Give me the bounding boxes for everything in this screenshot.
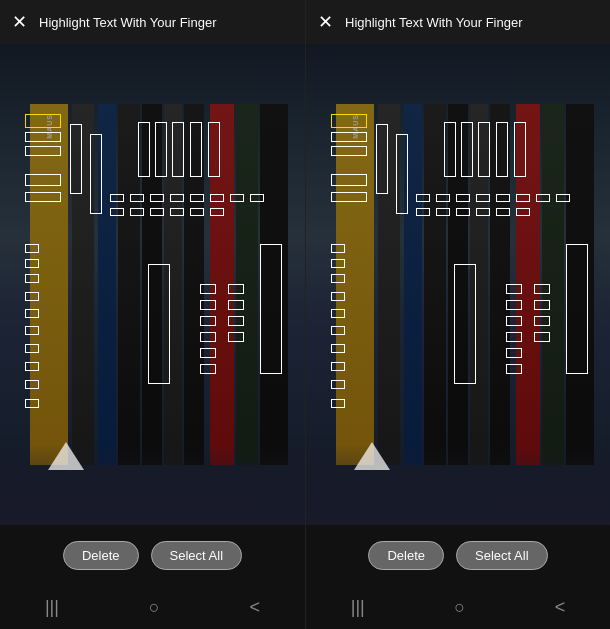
left-title: Highlight Text With Your Finger bbox=[39, 15, 217, 30]
right-origami-shape bbox=[354, 442, 390, 470]
right-ocr-box-red bbox=[566, 244, 588, 374]
left-nav-back-icon[interactable]: < bbox=[250, 597, 261, 618]
right-ocr-box-5 bbox=[331, 192, 367, 202]
right-ocr-box-36 bbox=[516, 208, 530, 216]
left-ocr-box-23 bbox=[110, 194, 124, 202]
left-ocr-box-9 bbox=[25, 292, 39, 301]
left-ocr-box-11 bbox=[25, 326, 39, 335]
right-ocr-box-4 bbox=[331, 174, 367, 186]
left-ocr-box-14 bbox=[25, 380, 39, 389]
left-ocr-box-28 bbox=[210, 194, 224, 202]
left-ocr-box-15 bbox=[25, 399, 39, 408]
right-close-button[interactable]: ✕ bbox=[318, 13, 333, 31]
left-ocr-box-29 bbox=[230, 194, 244, 202]
right-panel: ✕ Highlight Text With Your Finger MAUS bbox=[305, 0, 610, 629]
right-select-all-button[interactable]: Select All bbox=[456, 541, 547, 570]
right-ocr-box-39 bbox=[506, 316, 522, 326]
left-origami-shape bbox=[48, 442, 84, 470]
right-ocr-box-18 bbox=[444, 122, 456, 177]
left-ocr-box-25 bbox=[150, 194, 164, 202]
right-ocr-box-21 bbox=[496, 122, 508, 177]
right-ocr-box-12 bbox=[331, 344, 345, 353]
right-ocr-box-6 bbox=[331, 244, 345, 253]
left-ocr-box-40 bbox=[200, 332, 216, 342]
right-title: Highlight Text With Your Finger bbox=[345, 15, 523, 30]
left-ocr-box-27 bbox=[190, 194, 204, 202]
left-ocr-box-12 bbox=[25, 344, 39, 353]
right-nav-menu-icon[interactable]: ||| bbox=[351, 597, 365, 618]
right-ocr-box-29 bbox=[536, 194, 550, 202]
right-ocr-box-28 bbox=[516, 194, 530, 202]
left-ocr-box-34 bbox=[170, 208, 184, 216]
right-ocr-box-38 bbox=[506, 300, 522, 310]
left-ocr-box-18 bbox=[138, 122, 150, 177]
left-ocr-box-44 bbox=[228, 300, 244, 310]
right-ocr-box-11 bbox=[331, 326, 345, 335]
left-ocr-box-batman bbox=[148, 264, 170, 384]
right-ocr-box-15 bbox=[331, 399, 345, 408]
left-delete-button[interactable]: Delete bbox=[63, 541, 139, 570]
left-ocr-box-42 bbox=[200, 364, 216, 374]
right-ocr-box-22 bbox=[514, 122, 526, 177]
right-ocr-box-7 bbox=[331, 259, 345, 268]
right-ocr-box-31 bbox=[416, 208, 430, 216]
right-ocr-box-41 bbox=[506, 348, 522, 358]
right-ocr-box-17 bbox=[396, 134, 408, 214]
right-nav-back-icon[interactable]: < bbox=[555, 597, 566, 618]
right-bottom-bar: Delete Select All bbox=[306, 525, 610, 585]
right-ocr-box-8 bbox=[331, 274, 345, 283]
left-ocr-box-39 bbox=[200, 316, 216, 326]
left-nav-menu-icon[interactable]: ||| bbox=[45, 597, 59, 618]
left-ocr-box-31 bbox=[110, 208, 124, 216]
left-panel: ✕ Highlight Text With Your Finger MAUS bbox=[0, 0, 305, 629]
left-ocr-box-32 bbox=[130, 208, 144, 216]
left-ocr-box-20 bbox=[172, 122, 184, 177]
left-nav-bar: ||| ○ < bbox=[0, 585, 305, 629]
left-ocr-box-21 bbox=[190, 122, 202, 177]
left-ocr-box-17 bbox=[90, 134, 102, 214]
left-ocr-box-36 bbox=[210, 208, 224, 216]
right-ocr-box-13 bbox=[331, 362, 345, 371]
right-ocr-box-1 bbox=[331, 114, 367, 128]
right-ocr-box-42 bbox=[506, 364, 522, 374]
left-ocr-box-7 bbox=[25, 259, 39, 268]
left-close-button[interactable]: ✕ bbox=[12, 13, 27, 31]
right-delete-button[interactable]: Delete bbox=[368, 541, 444, 570]
left-ocr-box-6 bbox=[25, 244, 39, 253]
left-ocr-box-2 bbox=[25, 132, 61, 142]
left-image-area: MAUS bbox=[0, 44, 305, 525]
left-ocr-box-46 bbox=[228, 332, 244, 342]
left-origami-area bbox=[0, 445, 305, 525]
left-ocr-box-red bbox=[260, 244, 282, 374]
left-nav-home-icon[interactable]: ○ bbox=[149, 597, 160, 618]
left-ocr-box-13 bbox=[25, 362, 39, 371]
left-ocr-box-43 bbox=[228, 284, 244, 294]
right-ocr-box-10 bbox=[331, 309, 345, 318]
left-ocr-box-8 bbox=[25, 274, 39, 283]
right-ocr-box-33 bbox=[456, 208, 470, 216]
left-select-all-button[interactable]: Select All bbox=[151, 541, 242, 570]
right-ocr-box-40 bbox=[506, 332, 522, 342]
left-ocr-box-4 bbox=[25, 174, 61, 186]
left-ocr-box-10 bbox=[25, 309, 39, 318]
left-ocr-box-26 bbox=[170, 194, 184, 202]
left-ocr-box-5 bbox=[25, 192, 61, 202]
right-ocr-box-16 bbox=[376, 124, 388, 194]
right-ocr-box-37 bbox=[506, 284, 522, 294]
left-ocr-box-3 bbox=[25, 146, 61, 156]
right-ocr-box-24 bbox=[436, 194, 450, 202]
right-ocr-box-batman bbox=[454, 264, 476, 384]
right-ocr-box-27 bbox=[496, 194, 510, 202]
right-ocr-box-25 bbox=[456, 194, 470, 202]
left-ocr-box-24 bbox=[130, 194, 144, 202]
left-ocr-box-22 bbox=[208, 122, 220, 177]
left-ocr-box-45 bbox=[228, 316, 244, 326]
left-ocr-box-16 bbox=[70, 124, 82, 194]
right-ocr-box-43 bbox=[534, 284, 550, 294]
right-nav-home-icon[interactable]: ○ bbox=[454, 597, 465, 618]
right-ocr-box-23 bbox=[416, 194, 430, 202]
right-ocr-box-46 bbox=[534, 332, 550, 342]
right-ocr-box-45 bbox=[534, 316, 550, 326]
left-ocr-box-41 bbox=[200, 348, 216, 358]
right-ocr-box-35 bbox=[496, 208, 510, 216]
